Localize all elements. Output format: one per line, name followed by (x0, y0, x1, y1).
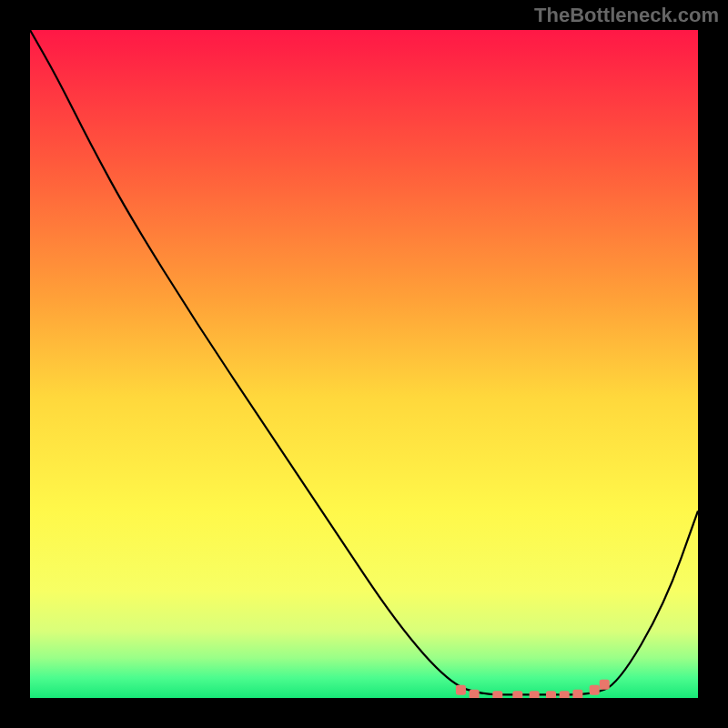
marker-point (590, 685, 600, 695)
marker-point (456, 685, 466, 695)
watermark-text: TheBottleneck.com (534, 4, 719, 27)
marker-point (546, 691, 556, 698)
plot-area (30, 30, 698, 698)
gradient-background (30, 30, 698, 698)
chart-svg (30, 30, 698, 698)
marker-point (572, 690, 582, 698)
marker-point (470, 690, 480, 698)
chart-container: TheBottleneck.com (0, 0, 728, 728)
marker-point (600, 680, 610, 690)
marker-point (560, 691, 570, 698)
marker-point (530, 691, 540, 698)
marker-point (512, 691, 522, 698)
marker-point (492, 691, 502, 698)
